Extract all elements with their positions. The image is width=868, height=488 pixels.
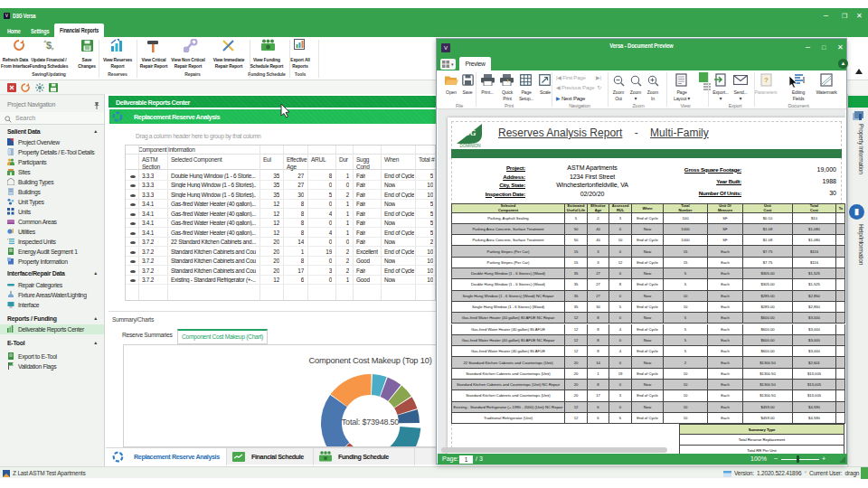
svg-text:?: ? <box>764 76 769 84</box>
svg-text:$: $ <box>46 40 52 51</box>
